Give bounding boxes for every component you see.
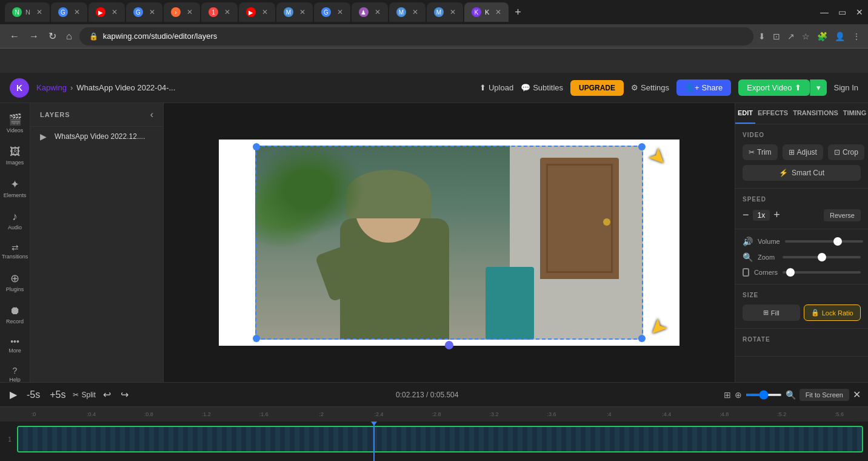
tab-close-10[interactable]: ✕	[375, 8, 381, 16]
tab-close-6[interactable]: ✕	[224, 8, 230, 16]
fit-to-screen-button[interactable]: Fit to Screen	[800, 389, 849, 401]
handle-top-right[interactable]	[638, 143, 646, 150]
tab-transitions[interactable]: TRANSITIONS	[790, 103, 841, 124]
subtitles-button[interactable]: 💬 Subtitles	[521, 83, 563, 92]
signin-button[interactable]: Sign In	[834, 83, 858, 92]
zoom-icon-2: 🔍	[786, 390, 796, 400]
lock-ratio-button[interactable]: 🔒 Lock Ratio	[804, 305, 861, 321]
new-tab-button[interactable]: +	[510, 6, 526, 19]
timeline-zoom-slider[interactable]	[746, 394, 782, 396]
minus5-button[interactable]: -5s	[24, 387, 42, 403]
tab-1[interactable]: N N ✕	[5, 2, 50, 22]
download-icon[interactable]: ⬇	[758, 32, 766, 41]
more-icon: •••	[10, 337, 19, 346]
handle-bottom-center[interactable]	[445, 341, 453, 349]
tab-close-kapwing[interactable]: ✕	[495, 8, 501, 16]
reload-button[interactable]: ↻	[46, 28, 59, 44]
plus5-button[interactable]: +5s	[47, 387, 68, 403]
tab-close-9[interactable]: ✕	[337, 8, 343, 16]
home-button[interactable]: ⌂	[64, 29, 75, 44]
star-icon[interactable]: ☆	[802, 32, 810, 41]
export-btn-group: Export Video ⬆ ▾	[738, 79, 826, 96]
tab-9[interactable]: G ✕	[314, 2, 350, 22]
settings-button[interactable]: ⚙ Settings	[631, 83, 669, 92]
share-icon[interactable]: ↗	[787, 32, 795, 41]
tab-close-4[interactable]: ✕	[149, 8, 155, 16]
cast-icon[interactable]: ⊡	[773, 32, 780, 41]
sidebar-item-elements[interactable]: ✦ Elements	[1, 173, 29, 203]
layers-collapse-button[interactable]: ‹	[150, 109, 153, 120]
tab-8[interactable]: M ✕	[276, 2, 313, 22]
tab-timing[interactable]: TIMING	[841, 103, 868, 124]
export-dropdown-button[interactable]: ▾	[810, 79, 827, 96]
tab-close-1[interactable]: ✕	[36, 8, 42, 16]
sidebar-item-help[interactable]: ? Help	[1, 361, 29, 382]
adjust-button[interactable]: ⊞ Adjust	[783, 144, 823, 160]
tab-10[interactable]: ♟ ✕	[352, 2, 388, 22]
sidebar-item-plugins[interactable]: ⊕ Plugins	[1, 267, 29, 297]
layer-item-0[interactable]: ▶ WhatsApp Video 2022.12....	[30, 127, 163, 146]
tab-close-3[interactable]: ✕	[112, 8, 118, 16]
track-clip-1[interactable]	[17, 426, 863, 453]
timeline-close-button[interactable]: ✕	[853, 389, 861, 400]
close-window-icon[interactable]: ✕	[856, 7, 863, 17]
zoom-out-icon[interactable]: ⊞	[724, 390, 731, 400]
extensions-icon[interactable]: 🧩	[817, 32, 827, 41]
minimize-icon[interactable]: —	[820, 7, 829, 17]
tab-2[interactable]: G ✕	[51, 2, 87, 22]
tab-12[interactable]: M ✕	[427, 2, 463, 22]
crop-button[interactable]: ⊡ Crop	[828, 144, 864, 160]
tab-7[interactable]: ▶ ✕	[239, 2, 275, 22]
zoom-slider[interactable]	[783, 256, 861, 258]
zoom-in-icon[interactable]: ⊕	[735, 390, 742, 400]
menu-icon[interactable]: ⋮	[852, 32, 861, 41]
tab-3[interactable]: ▶ ✕	[88, 2, 125, 22]
handle-bottom-left[interactable]	[253, 335, 260, 342]
sidebar-item-transitions[interactable]: ⇄ Transitions	[1, 238, 29, 264]
redo-button[interactable]: ↪	[118, 386, 131, 403]
sidebar-item-videos[interactable]: 🎬 Videos	[1, 108, 29, 138]
timeline-time: 0:02.213 / 0:05.504	[396, 391, 458, 399]
speed-decrease-button[interactable]: −	[743, 209, 749, 221]
smart-cut-button[interactable]: ⚡ Smart Cut	[743, 165, 861, 181]
handle-bottom-right[interactable]	[638, 335, 646, 342]
corners-slider[interactable]	[783, 271, 861, 274]
tab-kapwing[interactable]: K K ✕	[464, 2, 509, 22]
tab-effects[interactable]: EFFECTS	[755, 103, 790, 124]
tab-11[interactable]: M ✕	[389, 2, 426, 22]
profile-icon[interactable]: 👤	[835, 32, 845, 41]
sidebar-item-more[interactable]: ••• More	[1, 332, 29, 358]
edit-tabs: EDIT EFFECTS TRANSITIONS TIMING	[735, 103, 868, 124]
tab-close-12[interactable]: ✕	[450, 8, 456, 16]
tab-4[interactable]: G ✕	[126, 2, 162, 22]
trim-button[interactable]: ✂ Trim	[743, 144, 778, 160]
volume-slider[interactable]	[785, 240, 863, 243]
play-button[interactable]: ▶	[7, 386, 19, 403]
tab-close-5[interactable]: ✕	[187, 8, 193, 16]
reverse-button[interactable]: Reverse	[824, 209, 861, 221]
sidebar-item-audio[interactable]: ♪ Audio	[1, 206, 29, 235]
share-button[interactable]: 👤+ Share	[676, 79, 731, 96]
tab-edit[interactable]: EDIT	[735, 103, 755, 124]
export-button[interactable]: Export Video ⬆	[738, 79, 809, 96]
maximize-icon[interactable]: ▭	[838, 7, 846, 17]
fill-button[interactable]: ⊞ Fill	[743, 305, 800, 321]
speed-increase-button[interactable]: +	[773, 209, 780, 221]
canvas-outer	[219, 140, 679, 346]
tab-close-7[interactable]: ✕	[262, 8, 268, 16]
tab-close-11[interactable]: ✕	[412, 8, 418, 16]
undo-button[interactable]: ↩	[101, 386, 113, 403]
tab-5[interactable]: › ✕	[164, 2, 200, 22]
sidebar-item-images[interactable]: 🖼 Images	[1, 141, 29, 170]
sidebar-item-record[interactable]: ⏺ Record	[1, 300, 29, 329]
tab-close-8[interactable]: ✕	[299, 8, 305, 16]
tab-close-2[interactable]: ✕	[74, 8, 80, 16]
tab-6[interactable]: 1 ✕	[201, 2, 238, 22]
split-button[interactable]: ✂ Split	[73, 391, 95, 399]
breadcrumb: Kapwing › WhatsApp Video 2022-04-...	[36, 83, 175, 92]
back-button[interactable]: ←	[7, 29, 22, 44]
upgrade-button[interactable]: UPGRADE	[570, 80, 624, 96]
forward-button[interactable]: →	[27, 29, 41, 44]
upload-button[interactable]: ⬆ Upload	[479, 83, 513, 92]
url-bar[interactable]: 🔒 kapwing.com/studio/editor/layers	[79, 27, 753, 45]
